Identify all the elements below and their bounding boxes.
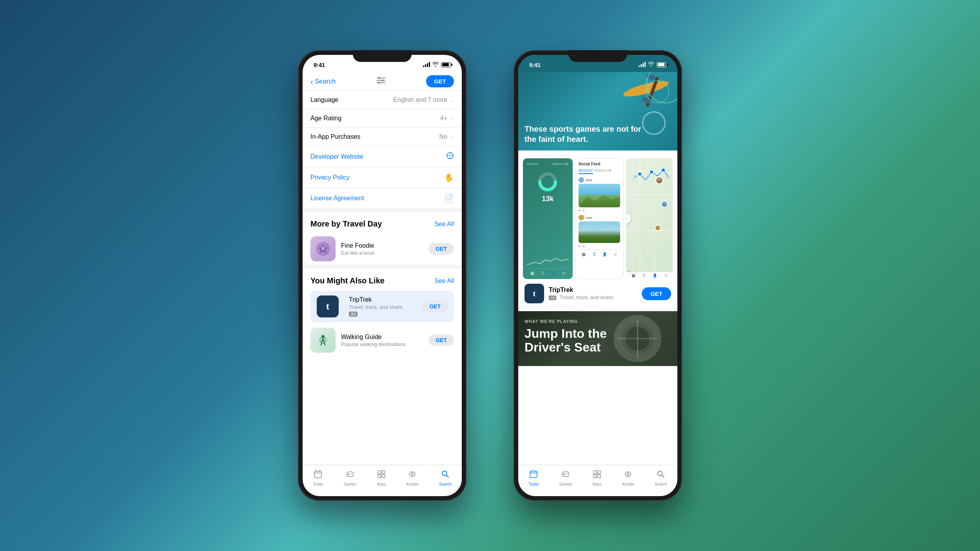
tab-apps-2[interactable]: Apps: [592, 470, 601, 486]
search-tab-icon-2: [657, 470, 665, 481]
walking-guide-get-button[interactable]: GET: [428, 334, 454, 346]
you-might-also-like-section: You Might Also Like See All t TripTrek T…: [303, 268, 462, 357]
fine-foodie-info: Fine Foodie Eat like a local.: [341, 242, 423, 256]
wifi-icon-1: [432, 62, 439, 68]
age-rating-row[interactable]: Age Rating 4+ ⌄: [303, 109, 462, 128]
svg-rect-17: [319, 470, 320, 472]
svg-rect-23: [378, 471, 381, 474]
arcade-tab-icon-2: [624, 470, 632, 481]
svg-rect-2: [377, 82, 385, 83]
svg-line-31: [446, 475, 449, 478]
games-tab-icon: [346, 470, 354, 481]
ad-get-button[interactable]: GET: [642, 287, 671, 300]
notch-1: [353, 50, 412, 62]
svg-rect-55: [593, 475, 597, 478]
ad-triptrek-icon: t: [524, 284, 544, 303]
walking-guide-name: Walking Guide: [341, 334, 423, 341]
get-button-nav[interactable]: GET: [426, 75, 454, 87]
developer-website-link[interactable]: Developer Website: [310, 152, 454, 161]
tab-apps-1[interactable]: Apps: [377, 470, 386, 486]
screenshot-social: Social Feed RECENT POPULAR Jane: [575, 158, 624, 279]
svg-point-22: [350, 474, 351, 475]
tab-today-label-1: Today: [313, 482, 323, 486]
tab-games-1[interactable]: Games: [344, 470, 356, 486]
tab-arcade-label-2: Arcade: [622, 482, 634, 486]
status-icons-2: [639, 62, 666, 68]
privacy-policy-row[interactable]: Privacy Policy ✋: [303, 167, 462, 188]
compass-icon: [446, 152, 454, 161]
language-label: Language: [310, 96, 338, 103]
svg-rect-16: [316, 470, 317, 472]
phone-1-screen: 9:41: [303, 55, 462, 496]
fine-foodie-icon: [310, 236, 336, 261]
walking-guide-subtitle: Popular walking destinations.: [341, 341, 423, 347]
tab-bar-1: Today Games: [303, 465, 462, 496]
tab-search-2[interactable]: Search: [655, 470, 667, 486]
more-by-header: More by Travel Day See All: [303, 212, 462, 232]
svg-point-52: [566, 474, 567, 475]
walking-guide-row: Walking Guide Popular walking destinatio…: [303, 324, 462, 357]
svg-point-39: [650, 170, 653, 174]
water-circle-decoration: [642, 111, 666, 135]
sports-card-text: These sports games are not forthe faint …: [524, 124, 641, 144]
triptrek-name-1: TripTrek: [349, 296, 417, 303]
status-icons-1: [423, 62, 451, 68]
sports-card-image: These sports games are not forthe faint …: [518, 72, 677, 150]
back-button-1[interactable]: ‹ Search: [310, 78, 336, 85]
also-like-see-all[interactable]: See All: [434, 277, 454, 285]
triptrek-get-button-1[interactable]: GET: [422, 301, 448, 312]
status-time-1: 9:41: [314, 62, 325, 68]
svg-point-21: [351, 473, 352, 474]
tab-arcade-1[interactable]: Arcade: [406, 470, 419, 486]
privacy-policy-link[interactable]: Privacy Policy ✋: [310, 173, 454, 182]
tab-search-label-1: Search: [439, 482, 452, 486]
svg-rect-45: [530, 471, 537, 478]
license-link[interactable]: License Agreement 📄: [310, 194, 454, 203]
svg-point-57: [627, 473, 629, 475]
scroll-area-2[interactable]: These sports games are not forthe faint …: [518, 72, 677, 482]
age-rating-value: 4+ ⌄: [440, 115, 454, 122]
language-row[interactable]: Language English and 7 more ⌄: [303, 91, 462, 109]
fine-foodie-name: Fine Foodie: [341, 242, 423, 249]
playing-label: WHAT WE'RE PLAYING: [524, 319, 671, 324]
phone-1: 9:41: [298, 50, 466, 501]
triptrek-ad-badge-1: Ad: [349, 312, 358, 317]
battery-icon-1: [441, 62, 451, 67]
triptrek-subtitle-1: Travel, track, and share.: [349, 304, 417, 310]
walking-guide-info: Walking Guide Popular walking destinatio…: [341, 334, 423, 347]
tab-today-2[interactable]: Today: [528, 470, 539, 486]
tab-today-1[interactable]: Today: [313, 470, 323, 486]
svg-rect-53: [593, 471, 597, 474]
svg-rect-25: [378, 475, 381, 478]
apps-tab-icon: [377, 470, 386, 481]
also-like-header: You Might Also Like See All: [303, 268, 462, 289]
license-row[interactable]: License Agreement 📄: [303, 188, 462, 208]
svg-point-13: [321, 335, 325, 338]
scroll-area-1[interactable]: Language English and 7 more ⌄ Age Rating…: [303, 91, 462, 496]
svg-rect-56: [597, 475, 601, 478]
svg-rect-24: [382, 471, 385, 474]
mountain-image: [579, 184, 621, 207]
apps-tab-icon-2: [593, 470, 601, 481]
sports-card-headline: These sports games are not forthe faint …: [524, 124, 641, 144]
tab-games-2[interactable]: Games: [559, 470, 572, 486]
iap-row[interactable]: In-App Purchases No ⌄: [303, 128, 462, 146]
phone-2-screen: 9:41: [518, 55, 677, 496]
signal-icon-1: [423, 62, 430, 67]
svg-rect-15: [314, 471, 321, 478]
more-by-section: More by Travel Day See All Fine: [303, 212, 462, 265]
age-rating-label: Age Rating: [310, 115, 341, 122]
fine-foodie-get-button[interactable]: GET: [428, 243, 454, 255]
tab-arcade-2[interactable]: Arcade: [622, 470, 634, 486]
ad-triptrek-name: TripTrek: [549, 286, 637, 294]
walking-guide-icon: [310, 328, 336, 353]
filter-icon-1[interactable]: [377, 77, 385, 86]
also-like-title: You Might Also Like: [310, 276, 385, 285]
ad-app-row: t TripTrek Ad Travel, track, and share. …: [518, 279, 677, 308]
svg-point-40: [661, 168, 665, 172]
document-icon: 📄: [444, 194, 454, 203]
svg-point-38: [638, 172, 642, 176]
tab-search-1[interactable]: Search: [439, 470, 452, 486]
developer-website-row[interactable]: Developer Website: [303, 146, 462, 167]
more-by-see-all[interactable]: See All: [434, 221, 454, 228]
